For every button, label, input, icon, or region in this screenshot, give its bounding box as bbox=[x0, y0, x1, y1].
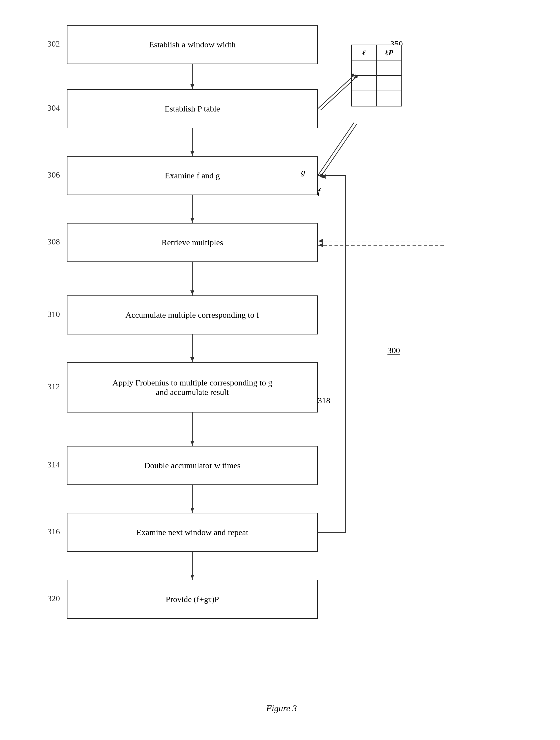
box-306-label: Examine f and g bbox=[165, 171, 220, 180]
box-320-label: Provide (f+gτ)P bbox=[166, 594, 219, 604]
table-col-lp: ℓP bbox=[377, 45, 402, 60]
svg-marker-31 bbox=[318, 173, 323, 178]
label-302: 302 bbox=[48, 39, 60, 49]
svg-marker-13 bbox=[190, 508, 194, 512]
box-314-label: Double accumulator w times bbox=[144, 461, 241, 470]
box-314: Double accumulator w times bbox=[67, 446, 318, 485]
svg-line-16 bbox=[318, 75, 354, 109]
p-table-350: ℓ ℓP bbox=[351, 44, 402, 106]
box-316-label: Examine next window and repeat bbox=[136, 528, 248, 537]
svg-marker-26 bbox=[318, 239, 323, 243]
svg-marker-27 bbox=[318, 243, 323, 247]
svg-marker-5 bbox=[190, 218, 194, 222]
table-row-1-col-2 bbox=[377, 60, 402, 76]
box-306: Examine f and g bbox=[67, 156, 318, 195]
label-g: g bbox=[301, 167, 305, 177]
table-row-2-col-1 bbox=[352, 76, 377, 91]
box-312: Apply Frobenius to multiple correspondin… bbox=[67, 362, 318, 412]
svg-marker-15 bbox=[190, 575, 194, 579]
label-304: 304 bbox=[48, 103, 60, 113]
label-314: 314 bbox=[48, 460, 60, 469]
figure-caption: Figure 3 bbox=[266, 703, 297, 714]
label-310: 310 bbox=[48, 309, 60, 319]
label-306: 306 bbox=[48, 170, 60, 180]
table-row-3-col-2 bbox=[377, 91, 402, 106]
label-318: 318 bbox=[318, 396, 330, 405]
svg-line-20 bbox=[318, 123, 354, 176]
table-row-3-col-1 bbox=[352, 91, 377, 106]
diagram-container: 302 Establish a window width 304 Establi… bbox=[11, 11, 552, 730]
table-row-2-col-2 bbox=[377, 76, 402, 91]
label-308: 308 bbox=[48, 237, 60, 247]
table-col-l: ℓ bbox=[352, 45, 377, 60]
svg-marker-3 bbox=[190, 151, 194, 156]
box-308: Retrieve multiples bbox=[67, 223, 318, 262]
box-302: Establish a window width bbox=[67, 25, 318, 64]
box-310: Accumulate multiple corresponding to f bbox=[67, 295, 318, 335]
svg-line-21 bbox=[320, 124, 357, 177]
box-316: Examine next window and repeat bbox=[67, 513, 318, 552]
box-320: Provide (f+gτ)P bbox=[67, 580, 318, 619]
box-308-label: Retrieve multiples bbox=[162, 238, 223, 247]
box-310-label: Accumulate multiple corresponding to f bbox=[125, 310, 259, 320]
label-320: 320 bbox=[48, 594, 60, 603]
label-f: f bbox=[318, 187, 320, 196]
svg-marker-9 bbox=[190, 357, 194, 362]
box-312-label: Apply Frobenius to multiple correspondin… bbox=[112, 378, 272, 397]
box-304: Establish P table bbox=[67, 89, 318, 128]
table-row-1-col-1 bbox=[352, 60, 377, 76]
svg-marker-7 bbox=[190, 290, 194, 295]
svg-marker-1 bbox=[190, 84, 194, 89]
box-304-label: Establish P table bbox=[165, 104, 220, 113]
label-316: 316 bbox=[48, 527, 60, 536]
box-302-label: Establish a window width bbox=[149, 40, 236, 49]
svg-marker-22 bbox=[318, 173, 323, 177]
label-312: 312 bbox=[48, 382, 60, 391]
svg-marker-23 bbox=[321, 174, 325, 179]
svg-marker-11 bbox=[190, 441, 194, 445]
label-300: 300 bbox=[387, 346, 400, 355]
